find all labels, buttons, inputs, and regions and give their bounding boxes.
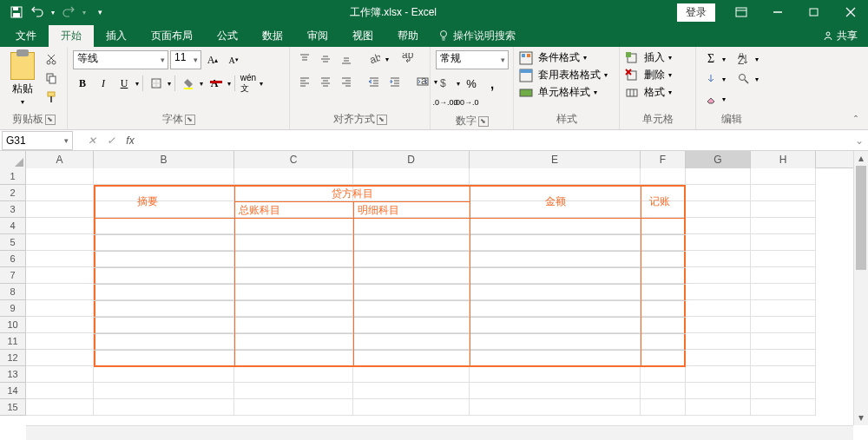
conditional-format-button[interactable]: 条件格式▾ xyxy=(519,50,587,65)
col-header-F[interactable]: F xyxy=(641,151,686,168)
cell[interactable] xyxy=(353,383,470,399)
cell[interactable] xyxy=(686,333,751,350)
cell[interactable] xyxy=(686,201,751,218)
font-size-select[interactable]: 11▾ xyxy=(170,50,201,69)
cell[interactable] xyxy=(353,234,470,251)
increase-decimal-button[interactable]: .0→.00 xyxy=(436,94,455,111)
tab-review[interactable]: 审阅 xyxy=(295,25,340,47)
insert-cells-button[interactable]: 插入▾ xyxy=(625,50,672,65)
cell[interactable] xyxy=(470,218,641,234)
cell[interactable] xyxy=(234,267,353,284)
cell[interactable] xyxy=(94,218,234,234)
underline-button[interactable]: U xyxy=(115,75,134,92)
percent-button[interactable]: % xyxy=(462,75,481,92)
maximize-button[interactable] xyxy=(797,0,832,24)
redo-button[interactable] xyxy=(59,3,78,22)
cell[interactable] xyxy=(26,185,94,201)
cell[interactable] xyxy=(641,284,686,300)
cell[interactable] xyxy=(751,218,816,234)
cell[interactable] xyxy=(751,300,816,317)
cell[interactable] xyxy=(26,284,94,300)
align-left-button[interactable] xyxy=(295,73,314,90)
col-header-C[interactable]: C xyxy=(234,151,353,168)
cell[interactable] xyxy=(353,251,470,267)
cell[interactable] xyxy=(26,300,94,317)
bold-button[interactable]: B xyxy=(73,75,92,92)
cell[interactable] xyxy=(26,251,94,267)
cell[interactable] xyxy=(234,234,353,251)
tab-file[interactable]: 文件 xyxy=(3,25,49,47)
font-name-select[interactable]: 等线▾ xyxy=(73,50,168,69)
cell[interactable] xyxy=(94,267,234,284)
cell[interactable] xyxy=(26,383,94,399)
cell[interactable] xyxy=(470,267,641,284)
cell[interactable] xyxy=(470,399,641,416)
table-format-button[interactable]: 套用表格格式▾ xyxy=(519,68,608,82)
cell[interactable] xyxy=(641,383,686,399)
cell[interactable] xyxy=(470,251,641,267)
sort-filter-button[interactable]: AZ xyxy=(734,50,753,68)
vertical-scrollbar[interactable]: ▴ ▾ xyxy=(853,151,868,425)
cell[interactable] xyxy=(641,333,686,350)
cell[interactable] xyxy=(234,168,353,185)
align-center-button[interactable] xyxy=(316,73,335,90)
cell[interactable] xyxy=(26,218,94,234)
cell[interactable] xyxy=(234,284,353,300)
cell[interactable] xyxy=(353,284,470,300)
col-header-H[interactable]: H xyxy=(751,151,816,168)
row-header-15[interactable]: 15 xyxy=(0,399,26,416)
cell[interactable] xyxy=(353,366,470,383)
cell[interactable] xyxy=(470,383,641,399)
cell[interactable] xyxy=(751,168,816,185)
cell[interactable] xyxy=(94,284,234,300)
cell[interactable] xyxy=(470,300,641,317)
decrease-font-button[interactable]: A▾ xyxy=(224,51,243,69)
cell[interactable] xyxy=(751,317,816,333)
cell[interactable] xyxy=(353,218,470,234)
cell[interactable] xyxy=(26,168,94,185)
cell[interactable] xyxy=(686,366,751,383)
row-header-2[interactable]: 2 xyxy=(0,185,26,201)
insert-function-button[interactable]: fx xyxy=(122,132,139,149)
font-color-button[interactable]: A xyxy=(205,75,224,92)
cell[interactable] xyxy=(686,317,751,333)
tab-help[interactable]: 帮助 xyxy=(385,25,431,47)
cell[interactable] xyxy=(353,333,470,350)
cell[interactable] xyxy=(641,251,686,267)
fill-color-dropdown[interactable]: ▾ xyxy=(200,80,203,88)
cell[interactable] xyxy=(94,251,234,267)
cell[interactable] xyxy=(641,317,686,333)
tell-me-search[interactable]: 操作说明搜索 xyxy=(437,29,516,43)
cell[interactable] xyxy=(641,168,686,185)
tab-home[interactable]: 开始 xyxy=(49,25,94,47)
number-dialog-launcher[interactable]: ⬊ xyxy=(478,116,489,127)
select-all-button[interactable] xyxy=(0,151,26,168)
currency-button[interactable]: $ xyxy=(436,75,455,92)
cell[interactable] xyxy=(26,201,94,218)
cell[interactable] xyxy=(686,383,751,399)
cell[interactable] xyxy=(641,234,686,251)
row-header-13[interactable]: 13 xyxy=(0,366,26,383)
redo-dropdown[interactable]: ▾ xyxy=(80,3,89,22)
cell[interactable] xyxy=(686,399,751,416)
cell[interactable] xyxy=(26,399,94,416)
cell[interactable] xyxy=(470,366,641,383)
cell[interactable] xyxy=(26,333,94,350)
col-header-G[interactable]: G xyxy=(686,151,751,168)
decrease-decimal-button[interactable]: .00→.0 xyxy=(457,94,476,111)
autosum-button[interactable]: Σ xyxy=(701,50,720,68)
name-box[interactable]: G31▾ xyxy=(2,131,73,150)
cell[interactable] xyxy=(641,300,686,317)
cut-button[interactable] xyxy=(42,50,61,68)
underline-dropdown[interactable]: ▾ xyxy=(135,80,139,88)
cell-style-button[interactable]: 单元格样式▾ xyxy=(519,85,597,100)
row-header-9[interactable]: 9 xyxy=(0,300,26,317)
cell[interactable] xyxy=(751,267,816,284)
orientation-button[interactable]: ab xyxy=(365,50,384,68)
format-painter-button[interactable] xyxy=(42,89,61,106)
cell[interactable] xyxy=(641,267,686,284)
undo-button[interactable] xyxy=(28,3,47,22)
cell[interactable] xyxy=(234,366,353,383)
tab-pagelayout[interactable]: 页面布局 xyxy=(139,25,205,47)
border-button[interactable] xyxy=(147,75,166,92)
